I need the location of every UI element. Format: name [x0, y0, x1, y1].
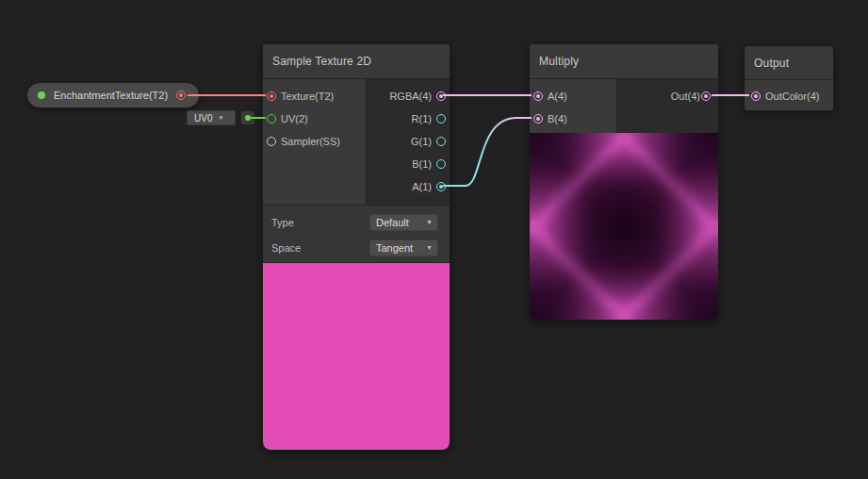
node-output[interactable]: Output OutColor(4): [744, 45, 834, 111]
node-header[interactable]: Multiply: [530, 44, 718, 79]
port-label: Out(4): [671, 91, 700, 102]
node-title: Sample Texture 2D: [272, 55, 371, 68]
output-row-out: Out(4): [619, 85, 718, 107]
ports-section: OutColor(4): [745, 80, 833, 111]
chevron-down-icon: ▼: [426, 244, 433, 251]
property-output-port[interactable]: [176, 91, 186, 100]
control-row-space: Space Tangent ▼: [263, 235, 450, 260]
output-row-b: B(1): [365, 153, 450, 175]
uv-channel-dropdown[interactable]: UV0 ▼: [187, 110, 236, 125]
ports-section: A(4) B(4) Out(4): [530, 79, 718, 133]
output-row-a: A(1): [365, 175, 450, 198]
out-output-port[interactable]: [701, 91, 711, 101]
chevron-down-icon: ▼: [426, 219, 433, 225]
port-label: G(1): [411, 136, 432, 147]
node-header[interactable]: Sample Texture 2D: [263, 44, 450, 79]
port-label: A(4): [548, 91, 567, 102]
shader-graph-canvas[interactable]: EnchantmentTexture(T2) UV0 ▼ Sample Text…: [0, 0, 868, 479]
input-row-texture: Texture(T2): [263, 85, 367, 107]
node-header[interactable]: Output: [745, 46, 833, 80]
sampler-input-port[interactable]: [267, 137, 276, 146]
type-dropdown[interactable]: Default ▼: [369, 214, 438, 231]
exposed-property-dot-icon: [38, 91, 45, 99]
output-row-g: G(1): [365, 130, 450, 153]
port-label: A(1): [412, 181, 432, 192]
texture-input-port[interactable]: [267, 91, 276, 101]
port-label: RGBA(4): [389, 91, 432, 102]
node-controls: Type Default ▼ Space Tangent ▼: [263, 205, 450, 263]
port-label: R(1): [412, 113, 432, 124]
input-row-uv: UV(2): [263, 107, 367, 130]
b-output-port[interactable]: [436, 159, 446, 169]
output-row-rgba: RGBA(4): [365, 85, 450, 107]
input-row-outcolor: OutColor(4): [745, 80, 833, 111]
multiply-preview: [530, 133, 718, 321]
chevron-down-icon: ▼: [218, 115, 223, 121]
property-node-label: EnchantmentTexture(T2): [54, 90, 176, 101]
space-dropdown[interactable]: Tangent ▼: [369, 240, 438, 256]
port-label: UV(2): [281, 113, 308, 124]
outcolor-input-port[interactable]: [751, 91, 761, 101]
port-label: Sampler(SS): [281, 136, 340, 147]
control-label: Type: [271, 217, 369, 228]
uv-input-port[interactable]: [267, 114, 276, 124]
input-row-a: A(4): [530, 85, 617, 107]
r-output-port[interactable]: [436, 114, 446, 124]
node-sample-texture-2d[interactable]: Sample Texture 2D Texture(T2) UV(2) Samp…: [262, 43, 450, 451]
node-multiply[interactable]: Multiply A(4) B(4) Out(4): [529, 43, 719, 321]
port-label: B(1): [412, 158, 432, 170]
port-label: B(4): [548, 113, 567, 124]
port-label: Texture(T2): [281, 91, 334, 102]
ports-section: Texture(T2) UV(2) Sampler(SS) RGBA(4) R(…: [263, 79, 450, 205]
node-title: Output: [754, 57, 789, 70]
dropdown-value: Default: [376, 217, 426, 228]
property-node-enchantment-texture[interactable]: EnchantmentTexture(T2): [26, 82, 200, 108]
node-title: Multiply: [539, 55, 579, 68]
sample-texture-preview: [263, 263, 450, 450]
input-row-sampler: Sampler(SS): [263, 130, 367, 153]
dropdown-value: Tangent: [376, 242, 426, 254]
uv-channel-value: UV0: [194, 113, 212, 124]
control-label: Space: [271, 242, 369, 254]
b-input-port[interactable]: [533, 114, 543, 124]
input-row-b: B(4): [530, 107, 617, 130]
output-row-r: R(1): [365, 107, 450, 130]
wire-alpha-to-multiply-b[interactable]: [443, 118, 532, 186]
a-input-port[interactable]: [533, 91, 543, 101]
control-row-type: Type Default ▼: [263, 209, 450, 235]
port-label: OutColor(4): [765, 91, 819, 102]
g-output-port[interactable]: [436, 137, 446, 146]
